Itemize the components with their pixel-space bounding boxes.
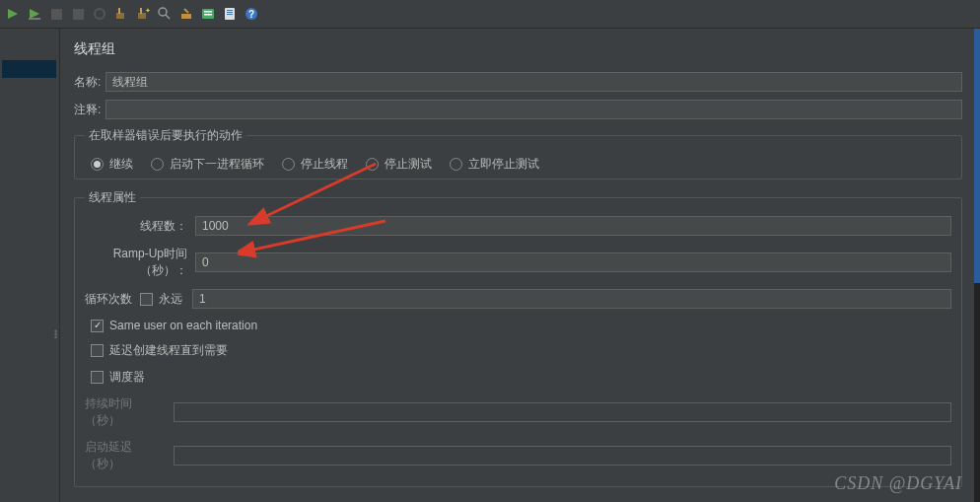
svg-marker-0	[8, 9, 18, 19]
svg-rect-9	[140, 8, 142, 14]
loop-forever-label: 永远	[159, 291, 182, 308]
right-edge-bar	[974, 29, 980, 283]
radio-0[interactable]: 继续	[91, 156, 133, 173]
svg-line-12	[166, 15, 170, 19]
radio-2[interactable]: 停止线程	[282, 156, 348, 173]
scheduler-label: 调度器	[109, 369, 145, 386]
svg-rect-20	[227, 12, 233, 13]
tree-panel[interactable]	[0, 29, 60, 502]
error-action-legend: 在取样器错误后要执行的动作	[85, 127, 246, 144]
svg-line-14	[184, 9, 188, 13]
same-user-checkbox[interactable]: ✓ Same user on each iteration	[85, 319, 951, 332]
svg-rect-13	[181, 14, 191, 19]
svg-rect-16	[204, 11, 212, 13]
clear-all-icon[interactable]: ✦	[134, 5, 152, 23]
svg-rect-17	[204, 14, 212, 16]
name-label: 名称:	[74, 74, 105, 91]
svg-marker-1	[30, 9, 39, 19]
name-input[interactable]	[105, 72, 962, 92]
thread-props-legend: 线程属性	[85, 189, 140, 206]
scheduler-checkbox[interactable]: 调度器	[85, 369, 951, 386]
panel-title: 线程组	[74, 40, 962, 58]
duration-input	[174, 402, 951, 422]
svg-rect-4	[73, 9, 84, 20]
svg-point-5	[95, 9, 105, 19]
startup-delay-label: 启动延迟（秒）	[85, 439, 174, 472]
threads-input[interactable]	[195, 216, 951, 236]
duration-label: 持续时间（秒）	[85, 395, 174, 429]
splitter-grip[interactable]: •••	[54, 330, 57, 339]
play-icon[interactable]	[4, 5, 22, 23]
svg-text:✦: ✦	[145, 7, 150, 14]
svg-rect-2	[29, 18, 40, 20]
reset-search-icon[interactable]	[177, 5, 195, 23]
clear-icon[interactable]	[112, 5, 130, 23]
watermark: CSDN @DGYAI	[834, 473, 962, 494]
svg-point-11	[159, 8, 167, 16]
svg-rect-21	[227, 14, 233, 15]
radio-1[interactable]: 启动下一进程循环	[151, 156, 264, 173]
comment-label: 注释:	[74, 102, 105, 118]
stop-all-icon[interactable]	[69, 5, 87, 23]
svg-rect-19	[227, 10, 233, 11]
svg-rect-3	[51, 9, 62, 20]
svg-rect-7	[118, 8, 120, 14]
same-user-label: Same user on each iteration	[109, 319, 257, 332]
template-icon[interactable]	[221, 5, 239, 23]
startup-delay-input	[174, 446, 951, 466]
stop-icon[interactable]	[47, 5, 65, 23]
error-action-group: 在取样器错误后要执行的动作 继续启动下一进程循环停止线程停止测试立即停止测试	[74, 127, 962, 179]
shutdown-icon[interactable]	[91, 5, 108, 23]
rampup-input[interactable]	[195, 252, 951, 272]
search-icon[interactable]	[156, 5, 174, 23]
tree-selected-node[interactable]	[2, 60, 56, 78]
config-panel: 线程组 名称: 注释: 在取样器错误后要执行的动作 继续启动下一进程循环停止线程…	[60, 29, 980, 502]
threads-label: 线程数：	[85, 218, 195, 235]
help-icon[interactable]: ?	[243, 5, 260, 23]
comment-input[interactable]	[105, 100, 962, 119]
svg-text:?: ?	[248, 9, 254, 20]
rampup-label: Ramp-Up时间（秒）：	[85, 246, 195, 279]
right-edge-bar-2	[974, 283, 980, 502]
delay-create-checkbox[interactable]: 延迟创建线程直到需要	[85, 342, 951, 359]
delay-create-label: 延迟创建线程直到需要	[109, 342, 228, 359]
thread-props-group: 线程属性 线程数： Ramp-Up时间（秒）： 循环次数 永远 ✓ Same u…	[74, 189, 962, 487]
radio-3[interactable]: 停止测试	[366, 156, 432, 173]
function-icon[interactable]	[199, 5, 217, 23]
play-alt-icon[interactable]	[26, 5, 43, 23]
loop-label: 循环次数	[85, 291, 140, 308]
toolbar: ✦ ?	[0, 0, 980, 29]
radio-4[interactable]: 立即停止测试	[450, 156, 539, 173]
loop-count-input[interactable]	[192, 289, 951, 309]
loop-forever-checkbox[interactable]: 永远	[140, 291, 182, 308]
